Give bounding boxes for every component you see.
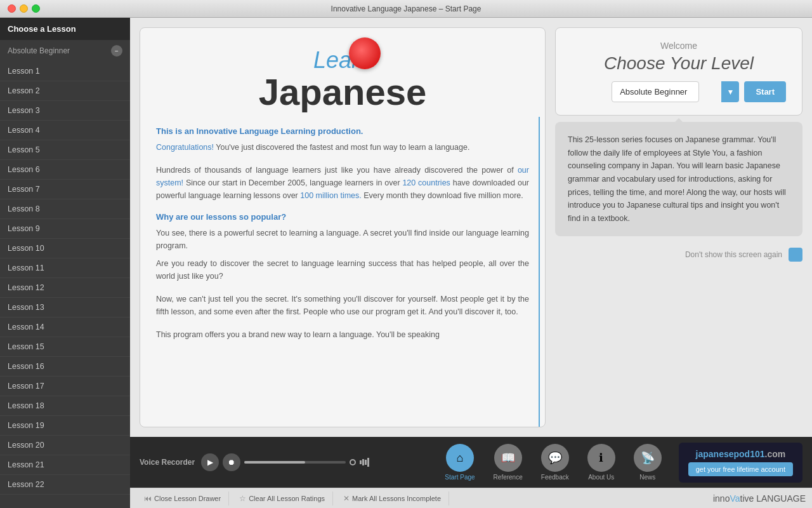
welcome-label: Welcome	[572, 41, 786, 51]
right-panel: Welcome Choose Your Level Absolute Begin…	[555, 27, 802, 427]
sidebar-lesson-item[interactable]: Lesson 18	[0, 396, 130, 416]
sidebar-lesson-item[interactable]: Lesson 1	[0, 62, 130, 81]
dropdown-arrow-icon: ▼	[721, 81, 739, 102]
section3-text: Now, we can't just tell you the secret. …	[156, 293, 529, 318]
play-button[interactable]: ▶	[201, 453, 219, 471]
sidebar-lesson-item[interactable]: Lesson 13	[0, 298, 130, 318]
sidebar-lesson-item[interactable]: Lesson 6	[0, 160, 130, 180]
logo-area: Learn Japanese	[140, 28, 545, 117]
main-area: Learn Japanese This is an Innovative Lan…	[130, 18, 812, 508]
scroll-divider	[539, 117, 540, 427]
sidebar-lesson-item[interactable]: Lesson 12	[0, 278, 130, 298]
minimize-window-button[interactable]	[20, 4, 28, 13]
record-button[interactable]: ⏺	[223, 453, 240, 471]
sidebar-lesson-item[interactable]: Lesson 19	[0, 416, 130, 436]
feedback-icon: 💬	[541, 444, 569, 472]
logo-text: Learn Japanese	[259, 41, 426, 110]
nav-icon-start-page[interactable]: ⌂Start Page	[437, 441, 482, 484]
sidebar-level-row[interactable]: Absolute Beginner −	[0, 40, 130, 62]
description-text: This 25-lesson series focuses on Japanes…	[568, 133, 790, 225]
app-container: Choose a Lesson Absolute Beginner − Less…	[0, 18, 812, 508]
sidebar-lesson-item[interactable]: Lesson 21	[0, 455, 130, 475]
footer-bar: ⏮ Close Lesson Drawer ☆ Clear All Lesson…	[130, 488, 812, 508]
welcome-box: Welcome Choose Your Level Absolute Begin…	[555, 27, 802, 116]
recorder-level-indicator	[350, 459, 356, 465]
nav-icon-news[interactable]: 📡News	[626, 441, 669, 484]
level-dropdown-wrapper[interactable]: Absolute BeginnerBeginnerIntermediateUpp…	[572, 81, 739, 102]
section2-title: Why are our lessons so popular?	[156, 212, 529, 222]
sidebar-lesson-item[interactable]: Lesson 17	[0, 377, 130, 396]
intro-text: Congratulations! You've just discovered …	[156, 141, 529, 154]
nav-icon-reference[interactable]: 📖Reference	[486, 441, 530, 484]
logo-icon	[349, 37, 381, 69]
traffic-lights	[8, 4, 40, 13]
intro-text-highlight: Congratulations!	[156, 143, 214, 152]
start-button[interactable]: Start	[744, 81, 786, 102]
clear-ratings-button[interactable]: ☆ Clear All Lesson Ratings	[232, 491, 333, 505]
section4-text: This program offers you a brand new way …	[156, 328, 529, 341]
left-panel: Learn Japanese This is an Innovative Lan…	[140, 27, 546, 427]
level-dropdown[interactable]: Absolute BeginnerBeginnerIntermediateUpp…	[612, 81, 699, 102]
sidebar-lesson-item[interactable]: Lesson 9	[0, 219, 130, 239]
sidebar-lesson-item[interactable]: Lesson 4	[0, 121, 130, 140]
sidebar-lesson-item[interactable]: Lesson 2	[0, 81, 130, 101]
sidebar-lesson-item[interactable]: Lesson 5	[0, 140, 130, 160]
close-lesson-drawer-button[interactable]: ⏮ Close Lesson Drawer	[136, 491, 229, 505]
mark-incomplete-button[interactable]: ✕ Mark All Lessons Incomplete	[336, 491, 449, 505]
news-icon: 📡	[634, 444, 662, 472]
body1-text: Hundreds of thousands of language learne…	[156, 164, 529, 202]
sidebar-lesson-item[interactable]: Lesson 22	[0, 475, 130, 495]
nav-icon-label-feedback: Feedback	[541, 474, 569, 481]
cta-button[interactable]: get your free lifetime account	[688, 462, 793, 476]
sidebar-lesson-item[interactable]: Lesson 14	[0, 318, 130, 337]
scrollable-content: This is an Innovative Language Learning …	[140, 117, 545, 361]
nav-icons: ⌂Start Page📖Reference💬FeedbackℹAbout Us📡…	[437, 441, 669, 484]
sidebar-lesson-item[interactable]: Lesson 3	[0, 101, 130, 121]
sidebar-level-label: Absolute Beginner	[8, 46, 70, 55]
level-bar-4	[367, 458, 369, 467]
nav-icon-label-reference: Reference	[494, 474, 523, 481]
sidebar-collapse-button[interactable]: −	[111, 45, 122, 57]
start-page-icon: ⌂	[446, 444, 474, 472]
sidebar-lesson-item[interactable]: Lesson 7	[0, 180, 130, 199]
nav-icon-label-news: News	[639, 474, 655, 481]
recorder-progress-fill	[244, 461, 305, 464]
dont-show-checkbox[interactable]	[789, 248, 802, 262]
sidebar-lesson-item[interactable]: Lesson 11	[0, 258, 130, 278]
nav-icon-label-about-us: About Us	[588, 474, 614, 481]
recorder-label: Voice Recorder	[140, 458, 195, 467]
sidebar-lessons-list: Lesson 1Lesson 2Lesson 3Lesson 4Lesson 5…	[0, 62, 130, 508]
close-window-button[interactable]	[8, 4, 16, 13]
level-bar-3	[365, 460, 367, 465]
about-us-icon: ℹ	[587, 444, 615, 472]
recorder-level-bars	[360, 458, 369, 467]
sidebar-lesson-item[interactable]: Lesson 16	[0, 357, 130, 377]
voice-recorder-area: Voice Recorder ▶ ⏺	[140, 453, 428, 471]
sidebar-lesson-item[interactable]: Lesson 8	[0, 199, 130, 219]
nav-icon-feedback[interactable]: 💬Feedback	[534, 441, 577, 484]
star-icon: ☆	[239, 494, 246, 503]
sidebar-lesson-item[interactable]: Lesson 15	[0, 337, 130, 357]
cta-domain-prefix: japanesepod101	[696, 449, 765, 459]
title-bar: Innovative Language Japanese – Start Pag…	[0, 0, 812, 18]
sidebar-lesson-item[interactable]: Lesson 10	[0, 239, 130, 258]
section2-text1: You see, there is a powerful secret to l…	[156, 227, 529, 252]
close-lesson-drawer-label: Close Lesson Drawer	[154, 495, 221, 502]
cta-domain: japanesepod101.com	[688, 449, 793, 459]
brand-logo: innoVative LANGUAGE	[713, 493, 806, 504]
clear-ratings-label: Clear All Lesson Ratings	[249, 495, 325, 502]
section2-text2: Are you ready to discover the secret to …	[156, 257, 529, 283]
maximize-window-button[interactable]	[32, 4, 40, 13]
brand-accent: Va	[730, 493, 740, 504]
intro-section: This is an Innovative Language Learning …	[156, 126, 529, 154]
sidebar-lesson-item[interactable]: Lesson 20	[0, 436, 130, 455]
logo-learn: Learn	[259, 47, 426, 74]
left-scroll-wrapper: This is an Innovative Language Learning …	[140, 117, 545, 427]
mark-incomplete-label: Mark All Lessons Incomplete	[352, 495, 441, 502]
content-wrapper: Learn Japanese This is an Innovative Lan…	[130, 18, 812, 437]
nav-icon-about-us[interactable]: ℹAbout Us	[580, 441, 623, 484]
level-bar-1	[360, 460, 362, 464]
cta-area: japanesepod101.com get your free lifetim…	[679, 443, 802, 483]
reference-icon: 📖	[494, 444, 522, 472]
window-title: Innovative Language Japanese – Start Pag…	[331, 4, 481, 13]
